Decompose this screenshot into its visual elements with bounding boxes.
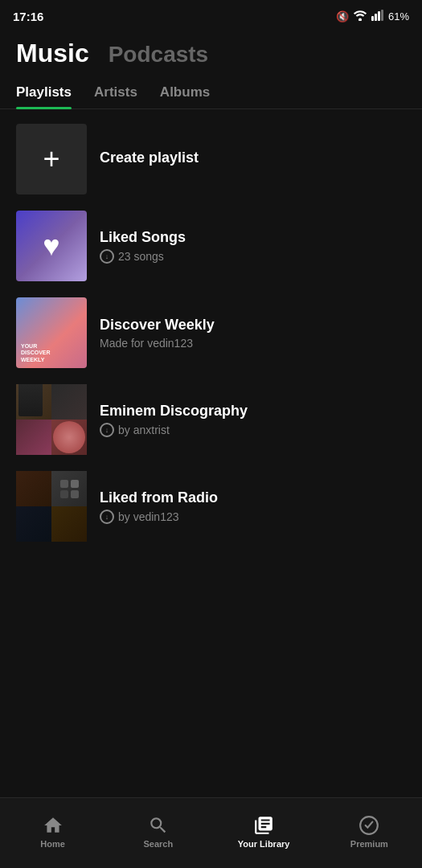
nav-library[interactable]: Your Library bbox=[231, 815, 296, 849]
premium-icon bbox=[358, 815, 379, 836]
eminem-grid-1 bbox=[16, 384, 51, 420]
radio-grid-2 bbox=[51, 471, 87, 506]
header: Music Podcasts bbox=[0, 29, 422, 68]
discover-weekly-sub: Made for vedin123 bbox=[100, 337, 193, 350]
radio-meta: ↓ by vedin123 bbox=[100, 510, 406, 524]
nav-home-label: Home bbox=[40, 839, 65, 849]
tab-albums[interactable]: Albums bbox=[160, 84, 210, 108]
discover-weekly-title: Discover Weekly bbox=[100, 317, 406, 334]
discover-weekly-info: Discover Weekly Made for vedin123 bbox=[100, 317, 406, 350]
svg-rect-2 bbox=[378, 11, 380, 21]
mute-icon: 🔇 bbox=[336, 10, 349, 23]
status-icons: 🔇 61% bbox=[336, 10, 409, 23]
status-time: 17:16 bbox=[13, 10, 43, 23]
eminem-discography-item[interactable]: Eminem Discography ↓ by anxtrist bbox=[0, 376, 422, 463]
discover-label: YourDiscoverWeekly bbox=[21, 343, 51, 363]
radio-title: Liked from Radio bbox=[100, 489, 406, 506]
eminem-grid-4 bbox=[51, 420, 87, 455]
radio-grid-3 bbox=[16, 506, 51, 542]
status-bar: 17:16 🔇 61% bbox=[0, 0, 422, 29]
search-icon bbox=[148, 815, 169, 836]
liked-songs-thumb: ♥ bbox=[16, 211, 87, 281]
nav-search-label: Search bbox=[144, 839, 174, 849]
battery-icon: 61% bbox=[388, 10, 409, 23]
heart-icon: ♥ bbox=[43, 229, 59, 263]
tabs: Playlists Artists Albums bbox=[0, 68, 422, 109]
radio-thumb bbox=[16, 471, 87, 542]
discover-weekly-item[interactable]: YourDiscoverWeekly Discover Weekly Made … bbox=[0, 289, 422, 376]
svg-rect-3 bbox=[381, 10, 383, 21]
eminem-offline-icon: ↓ bbox=[100, 423, 114, 437]
plus-icon: + bbox=[43, 145, 59, 174]
wifi-icon bbox=[353, 10, 367, 23]
nav-premium[interactable]: Premium bbox=[337, 815, 401, 849]
liked-songs-title: Liked Songs bbox=[100, 229, 406, 246]
create-playlist-info: Create playlist bbox=[100, 149, 406, 170]
liked-songs-info: Liked Songs ↓ 23 songs bbox=[100, 229, 406, 264]
radio-offline-icon: ↓ bbox=[100, 510, 114, 524]
header-podcasts[interactable]: Podcasts bbox=[109, 42, 209, 68]
discover-weekly-meta: Made for vedin123 bbox=[100, 337, 406, 350]
eminem-grid-3 bbox=[16, 420, 51, 455]
home-icon bbox=[43, 815, 64, 836]
nav-premium-label: Premium bbox=[350, 839, 388, 849]
liked-songs-count: 23 songs bbox=[118, 250, 164, 263]
create-playlist-title: Create playlist bbox=[100, 149, 406, 166]
liked-songs-meta: ↓ 23 songs bbox=[100, 249, 406, 264]
bottom-nav: Home Search Your Library Premium bbox=[0, 797, 422, 868]
eminem-meta: ↓ by anxtrist bbox=[100, 423, 406, 437]
playlist-list: + Create playlist ♥ Liked Songs ↓ 23 son… bbox=[0, 109, 422, 556]
radio-info: Liked from Radio ↓ by vedin123 bbox=[100, 489, 406, 524]
eminem-grid-2 bbox=[51, 384, 87, 420]
signal-icon bbox=[371, 10, 384, 23]
tab-playlists[interactable]: Playlists bbox=[16, 84, 72, 108]
radio-grid-1 bbox=[16, 471, 51, 506]
radio-grid-4 bbox=[51, 506, 87, 542]
eminem-info: Eminem Discography ↓ by anxtrist bbox=[100, 403, 406, 437]
eminem-thumb bbox=[16, 384, 87, 455]
eminem-title: Eminem Discography bbox=[100, 403, 406, 420]
nav-search[interactable]: Search bbox=[126, 815, 191, 849]
tab-artists[interactable]: Artists bbox=[94, 84, 137, 108]
header-music[interactable]: Music bbox=[16, 39, 89, 68]
discover-weekly-thumb: YourDiscoverWeekly bbox=[16, 297, 87, 368]
library-icon bbox=[253, 815, 274, 836]
offline-icon: ↓ bbox=[100, 249, 114, 264]
eminem-sub: by anxtrist bbox=[118, 424, 170, 436]
create-playlist-item[interactable]: + Create playlist bbox=[0, 116, 422, 203]
create-playlist-thumb: + bbox=[16, 124, 87, 194]
nav-library-label: Your Library bbox=[238, 839, 290, 849]
svg-rect-1 bbox=[375, 14, 377, 21]
liked-songs-item[interactable]: ♥ Liked Songs ↓ 23 songs bbox=[0, 203, 422, 289]
svg-rect-0 bbox=[371, 16, 374, 21]
radio-sub: by vedin123 bbox=[118, 510, 179, 523]
liked-from-radio-item[interactable]: Liked from Radio ↓ by vedin123 bbox=[0, 463, 422, 550]
nav-home[interactable]: Home bbox=[21, 815, 85, 849]
